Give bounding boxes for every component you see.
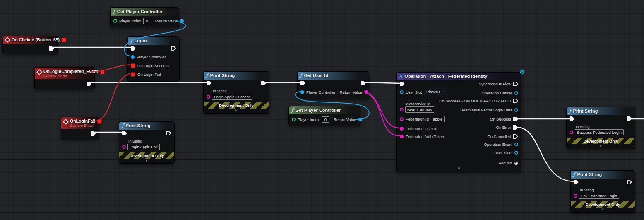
delegate-pin[interactable] (100, 70, 105, 74)
exec-out-pin[interactable] (261, 81, 266, 85)
node-on-clicked-button-65[interactable]: On Clicked (Button_65) (2, 36, 58, 54)
exec-out-pin[interactable] (361, 81, 366, 85)
in-string-input[interactable]: Login Apple Success (212, 94, 252, 100)
exec-out-pin[interactable] (49, 46, 54, 51)
federated-user-id-pin[interactable] (400, 127, 404, 131)
user-slot-pin[interactable] (400, 90, 404, 94)
in-string-pin[interactable] (207, 95, 210, 99)
function-icon: ƒ (122, 123, 123, 128)
node-get-player-controller-2[interactable]: ƒ Get Player Controller Player Index 0 R… (288, 106, 360, 126)
in-string-pin[interactable] (570, 131, 573, 134)
operation-handle-label: Operation Handle (482, 91, 512, 95)
collapse-chevron-icon[interactable]: ˅ (204, 109, 269, 113)
function-icon: ƒ (130, 39, 132, 43)
in-string-input[interactable]: Success Federated Login (575, 129, 624, 135)
exec-out-pin[interactable] (171, 46, 176, 51)
node-header: ƒ Print String (571, 171, 635, 179)
add-pin-label: Add pin (499, 161, 512, 165)
delegate-pin[interactable] (97, 119, 102, 124)
player-controller-pin[interactable] (131, 55, 135, 59)
user-slots-label: User Slots (494, 150, 512, 155)
return-value-label: Return Value (340, 90, 363, 94)
player-controller-pin[interactable] (300, 90, 304, 94)
node-title: Print String (125, 123, 150, 128)
node-print-string-apple-fail[interactable]: ƒ Print String In String Login Apple Fai… (119, 121, 175, 164)
on-login-fail-pin[interactable] (131, 72, 135, 77)
node-title: Print String (573, 109, 598, 114)
exec-in-pin[interactable] (207, 81, 211, 85)
player-index-pin[interactable] (292, 118, 296, 121)
on-error-pin[interactable] (513, 125, 518, 130)
exec-out-pin[interactable] (87, 82, 91, 86)
in-string-input[interactable]: Fail Federated Login (579, 193, 619, 199)
exec-out-pin[interactable] (627, 116, 632, 121)
in-string-label: In String (580, 188, 619, 192)
exec-out-pin[interactable] (91, 131, 96, 136)
operation-handle-pin[interactable] (514, 91, 518, 95)
blueprint-graph-canvas[interactable]: ƒ Get Player Controller Player Index 0 R… (0, 0, 644, 220)
on-cancelled-label: On Cancelled (487, 134, 511, 139)
exec-out-pin[interactable] (627, 180, 632, 184)
on-success-mfa-pin[interactable] (513, 99, 518, 103)
return-value-pin[interactable] (358, 118, 362, 121)
player-index-pin[interactable] (113, 19, 117, 23)
federation-id-input[interactable]: apple (431, 116, 445, 122)
player-index-input[interactable]: 0 (143, 18, 151, 24)
function-icon: ƒ (300, 73, 302, 77)
on-success-mfa-label: On Success - ON MULTI-FACTOR AUTH (439, 99, 511, 103)
collapse-chevron-icon[interactable]: ˅ (571, 208, 635, 212)
node-onloginfail-event[interactable]: OnLoginFail Custom Event (61, 117, 99, 139)
node-get-user-id[interactable]: ƒ Get User Id Player Controller Return V… (297, 71, 369, 99)
federation-id-pin[interactable] (400, 117, 404, 121)
beam-mfa-login-data-pin[interactable] (514, 108, 518, 112)
exec-in-pin[interactable] (122, 131, 127, 135)
federated-auth-token-pin[interactable] (400, 135, 404, 138)
node-print-string-federated-fail[interactable]: ƒ Print String In String Fail Federated … (570, 170, 635, 213)
add-pin-button[interactable]: Add pin ⊕ (499, 160, 518, 166)
node-header: ƒ Print String (119, 122, 174, 130)
node-get-player-controller-1[interactable]: ƒ Get Player Controller Player Index 0 R… (110, 7, 179, 27)
exec-in-pin[interactable] (300, 81, 305, 85)
collapse-chevron-icon[interactable]: ˅ (119, 159, 174, 163)
node-operation-attach-federated-identity[interactable]: ⚙ Λ Operation - Attach - Federated Ident… (396, 72, 521, 172)
return-value-label: Return Value (334, 117, 356, 122)
node-onlogincompleted-event[interactable]: OnLoginCompleted_Event Custom Event (34, 67, 95, 89)
player-index-input[interactable]: 0 (322, 116, 329, 123)
microservice-id-input[interactable]: BeamFarmMs (405, 106, 434, 113)
collapse-chevron-icon[interactable]: ˅ (397, 166, 521, 171)
exec-out-pin[interactable] (166, 131, 171, 135)
exec-in-pin[interactable] (574, 180, 579, 184)
development-only-banner: Development Only (567, 138, 635, 144)
exec-in-pin[interactable] (400, 82, 405, 86)
beam-mfa-login-data-label: Beam Multi Factor Login Data (460, 108, 512, 112)
user-slot-dropdown[interactable]: Player0 ˅ (424, 89, 447, 95)
on-error-label: On Error (496, 125, 511, 130)
exec-in-pin[interactable] (570, 116, 574, 121)
user-slots-pin[interactable] (514, 151, 518, 155)
node-title: OnLoginFail (70, 118, 95, 123)
development-only-banner: Development Only (119, 152, 174, 159)
operation-event-pin[interactable] (514, 143, 518, 146)
in-string-input[interactable]: Login Apple Fail (127, 144, 160, 150)
node-header: Λ Operation - Attach - Federated Identit… (397, 73, 521, 80)
node-login[interactable]: ƒ Login Player Controller On Login Succe… (127, 36, 180, 82)
beamable-lambda-icon: Λ (399, 74, 402, 79)
node-print-string-apple-success[interactable]: ƒ Print String In String Login Apple Suc… (203, 71, 269, 114)
on-login-success-pin[interactable] (131, 63, 135, 68)
collapse-chevron-icon[interactable]: ˅ (567, 144, 635, 149)
in-string-pin[interactable] (574, 194, 577, 198)
latent-gear-icon: ⚙ (519, 69, 525, 75)
exec-in-pin[interactable] (131, 46, 136, 51)
microservice-id-pin[interactable] (400, 108, 404, 111)
delegate-pin[interactable] (62, 38, 66, 42)
player-index-label: Player Index (119, 19, 141, 23)
synchronous-flow-pin[interactable] (513, 82, 518, 86)
return-value-pin[interactable] (180, 19, 184, 23)
on-cancelled-pin[interactable] (513, 134, 518, 139)
on-success-pin[interactable] (513, 117, 518, 121)
node-print-string-federated-success[interactable]: ƒ Print String In String Success Federat… (566, 107, 635, 149)
node-title: Get Player Controller (295, 108, 341, 113)
wire-string-getuserid-return-to-federated-user-id (364, 92, 400, 128)
in-string-pin[interactable] (122, 145, 126, 149)
return-value-pin[interactable] (365, 90, 368, 94)
